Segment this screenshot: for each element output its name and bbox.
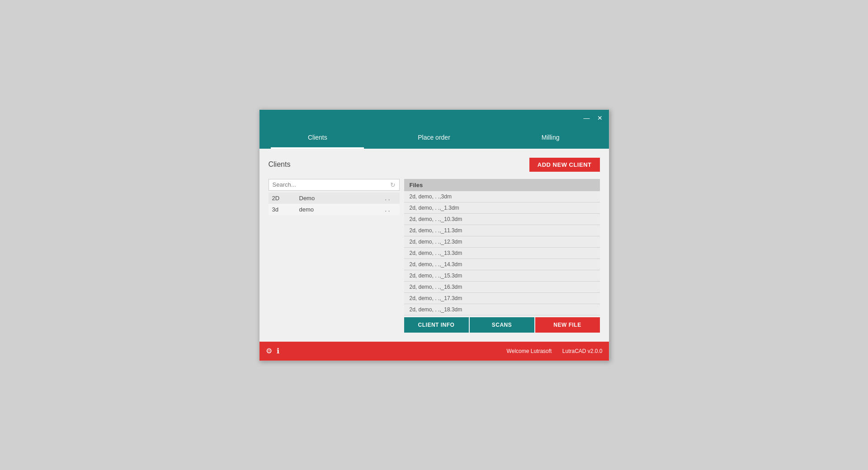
tab-milling[interactable]: Milling [492, 126, 609, 149]
gear-icon[interactable]: ⚙ [266, 347, 272, 355]
left-panel: ↻ 2D Demo . . 3d demo . . [269, 179, 400, 333]
page-title: Clients [269, 160, 291, 169]
minimize-button[interactable]: — [582, 114, 592, 122]
add-new-client-button[interactable]: ADD NEW CLIENT [529, 158, 600, 172]
tab-clients[interactable]: Clients [259, 126, 376, 149]
bottom-buttons: CLIENT INFO SCANS NEW FILE [404, 317, 600, 333]
right-panel: Files 2d, demo, . .,3dm2d, demo, . .,_1.… [404, 179, 600, 333]
client-id: 3d [269, 204, 296, 215]
list-item[interactable]: 2d, demo, . .,_17.3dm [404, 293, 600, 304]
list-item[interactable]: 2d, demo, . .,_11.3dm [404, 225, 600, 236]
client-name: Demo [296, 193, 382, 204]
table-row[interactable]: 2D Demo . . [269, 193, 400, 204]
title-bar: — ✕ [259, 110, 609, 126]
status-right: Welcome Lutrasoft LutraCAD v2.0.0 [498, 348, 603, 354]
list-item[interactable]: 2d, demo, . .,_16.3dm [404, 282, 600, 293]
table-row[interactable]: 3d demo . . [269, 204, 400, 215]
client-dots: . . [382, 204, 400, 215]
info-icon[interactable]: ℹ [277, 347, 279, 355]
list-item[interactable]: 2d, demo, . .,_10.3dm [404, 214, 600, 225]
list-item[interactable]: 2d, demo, . .,_15.3dm [404, 270, 600, 282]
client-dots: . . [382, 193, 400, 204]
client-table: 2D Demo . . 3d demo . . [269, 193, 400, 215]
list-item[interactable]: 2d, demo, . .,_14.3dm [404, 259, 600, 270]
files-list[interactable]: 2d, demo, . .,3dm2d, demo, . .,_1.3dm2d,… [404, 191, 600, 315]
title-bar-controls: — ✕ [582, 114, 604, 122]
content-header: Clients ADD NEW CLIENT [269, 158, 600, 172]
content-area: Clients ADD NEW CLIENT ↻ 2D Demo . . [259, 149, 609, 342]
client-info-button[interactable]: CLIENT INFO [404, 317, 469, 333]
search-bar: ↻ [269, 179, 400, 191]
close-button[interactable]: ✕ [595, 114, 604, 122]
files-header: Files [404, 179, 600, 191]
list-item[interactable]: 2d, demo, . .,_1.3dm [404, 202, 600, 214]
list-item[interactable]: 2d, demo, . .,_13.3dm [404, 248, 600, 259]
new-file-button[interactable]: NEW FILE [535, 317, 600, 333]
refresh-icon[interactable]: ↻ [390, 181, 396, 188]
version-text: LutraCAD v2.0.0 [562, 348, 603, 354]
status-left: ⚙ ℹ [266, 347, 279, 355]
files-list-container: Files 2d, demo, . .,3dm2d, demo, . .,_1.… [404, 179, 600, 315]
search-input[interactable] [273, 181, 390, 188]
list-item[interactable]: 2d, demo, . .,_18.3dm [404, 304, 600, 315]
welcome-text: Welcome Lutrasoft [507, 348, 552, 354]
client-id: 2D [269, 193, 296, 204]
status-bar: ⚙ ℹ Welcome Lutrasoft LutraCAD v2.0.0 [259, 342, 609, 361]
list-item[interactable]: 2d, demo, . .,_12.3dm [404, 236, 600, 248]
scans-button[interactable]: SCANS [470, 317, 534, 333]
nav-tabs: Clients Place order Milling [259, 126, 609, 149]
client-name: demo [296, 204, 382, 215]
main-content: ↻ 2D Demo . . 3d demo . . [269, 179, 600, 333]
tab-place-order[interactable]: Place order [376, 126, 492, 149]
list-item[interactable]: 2d, demo, . .,3dm [404, 191, 600, 202]
app-window: — ✕ Clients Place order Milling Clients … [259, 109, 609, 361]
